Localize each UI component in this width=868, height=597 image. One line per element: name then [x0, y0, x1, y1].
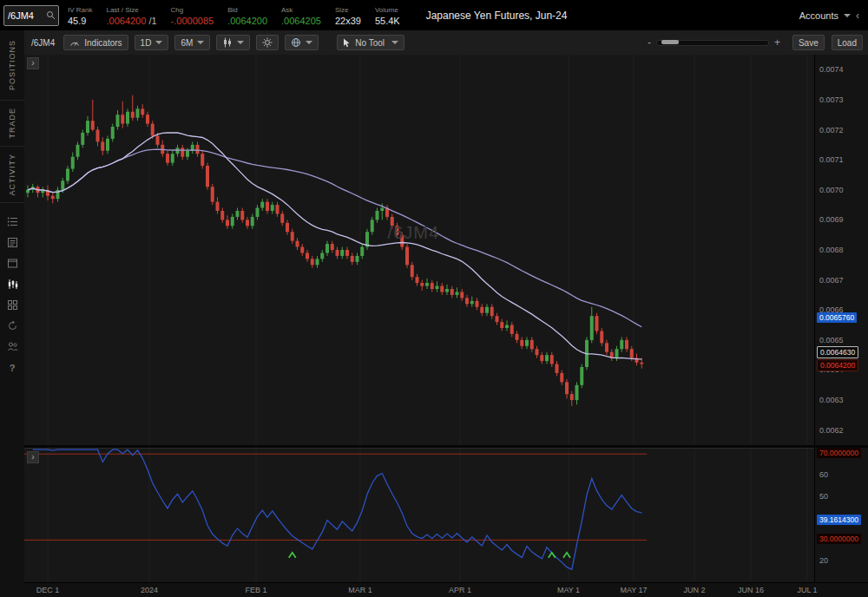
candle-body — [510, 325, 514, 334]
candle-body — [306, 253, 309, 259]
candle-body — [61, 180, 64, 189]
apps-grid-icon[interactable] — [6, 298, 19, 312]
candle-body — [220, 211, 224, 220]
panel-expand-button[interactable]: › — [27, 451, 39, 463]
candle-body — [520, 340, 523, 346]
stat-value: 22x39 — [335, 16, 361, 26]
symbol-input[interactable] — [4, 10, 46, 21]
rsi-indicator-panel: › — [24, 448, 814, 583]
time-axis[interactable]: DEC 12024FEB 1MAR 1APR 1MAY 1MAY 17JUN 2… — [24, 582, 868, 597]
symbol-search-box[interactable] — [3, 5, 59, 26]
sidebar-item-trade[interactable]: TRADE — [0, 101, 24, 147]
stat-chg: Chg-.0000085 — [171, 5, 214, 26]
zoom-slider-handle[interactable] — [661, 40, 679, 44]
journal-icon[interactable] — [6, 236, 19, 249]
instrument-title: Japanese Yen Futures, Jun-24 — [426, 10, 568, 22]
candle-body — [256, 208, 260, 217]
price-level-badge: 0.0064630 — [817, 346, 858, 358]
gear-icon — [262, 37, 273, 48]
price-level-badge: 0.0064200 — [817, 359, 858, 371]
candle-body — [351, 256, 354, 262]
candle-body — [141, 108, 144, 115]
collapse-panel-icon[interactable]: ‹ — [856, 10, 859, 22]
indicators-label: Indicators — [84, 38, 122, 48]
candlestick-chart[interactable] — [24, 55, 814, 445]
candle-body — [211, 187, 214, 201]
price-tick-label: 0.0068 — [819, 246, 844, 254]
rsi-tick-label: 20 — [819, 556, 828, 565]
panel-expand-button[interactable]: › — [27, 57, 39, 69]
zoom-slider[interactable] — [656, 40, 769, 46]
chart-watermark: /6JM4 — [388, 223, 439, 243]
price-axis[interactable]: 0.00740.00730.00720.00710.00700.00690.00… — [814, 55, 868, 445]
candle-body — [575, 385, 579, 400]
candle-body — [216, 202, 220, 211]
candle-body — [425, 283, 429, 285]
save-button[interactable]: Save — [792, 35, 825, 50]
drawing-tool-dropdown[interactable]: No Tool — [337, 35, 404, 50]
price-tick-label: 0.0063 — [819, 396, 844, 404]
time-tick-label: MAR 1 — [348, 586, 372, 594]
chart-type-dropdown[interactable] — [216, 35, 250, 50]
zoom-control: - + — [648, 37, 780, 48]
save-label: Save — [799, 38, 819, 48]
session-dropdown[interactable] — [285, 35, 319, 50]
candle-body — [101, 141, 104, 150]
follow-traders-icon[interactable] — [6, 340, 19, 353]
time-tick-label: MAY 17 — [620, 586, 647, 594]
candle-body — [580, 367, 583, 385]
accounts-menu[interactable]: Accounts ‹ — [799, 10, 859, 22]
timeframe-dropdown[interactable]: 1D — [135, 35, 169, 50]
candle-body — [536, 349, 539, 355]
chevron-down-icon — [237, 41, 244, 44]
candle-body — [630, 349, 634, 358]
buy-signal-arrows — [289, 553, 570, 558]
window-icon[interactable] — [6, 257, 19, 270]
sidebar-item-label: POSITIONS — [8, 40, 16, 90]
chevron-down-icon — [155, 41, 162, 44]
rsi-axis[interactable]: 60502070.000000030.000000039.1614300 — [814, 448, 868, 582]
quote-stats: IV Rank45.9Last / Size.0064200 /1Chg-.00… — [68, 5, 414, 26]
candle-body — [595, 316, 599, 331]
price-tick-label: 0.0062 — [819, 426, 844, 435]
candle-body — [460, 292, 464, 298]
candle-body — [166, 154, 169, 162]
watchlist-icon[interactable] — [6, 215, 19, 228]
load-button[interactable]: Load — [832, 35, 863, 50]
stat-value: .0064205 — [281, 16, 321, 26]
sync-icon[interactable] — [6, 319, 19, 332]
help-icon[interactable]: ? — [6, 361, 19, 374]
candle-body — [251, 217, 254, 226]
candle-body — [296, 241, 299, 247]
sidebar-item-positions[interactable]: POSITIONS — [0, 30, 24, 101]
chevron-down-icon — [844, 14, 851, 17]
chart-grid-icon[interactable] — [6, 278, 19, 291]
zoom-out-button[interactable]: - — [648, 37, 651, 48]
candle-body — [226, 220, 229, 226]
stat-bid: Bid.0064200 — [227, 5, 267, 26]
time-tick-label: JUN 2 — [683, 586, 705, 594]
price-tick-label: 0.0070 — [819, 186, 844, 194]
rsi-chart[interactable] — [24, 449, 814, 583]
stat-value: 45.9 — [68, 16, 92, 26]
range-dropdown[interactable]: 6M — [174, 35, 210, 50]
candle-body — [266, 202, 269, 211]
candle-body — [81, 133, 84, 145]
stat-value: 55.4K — [375, 16, 400, 26]
stat-value: .0064200 — [227, 16, 267, 26]
stat-last-size: Last / Size.0064200 /1 — [106, 5, 156, 26]
sidebar-item-label: TRADE — [8, 108, 16, 139]
candle-body — [26, 190, 30, 193]
chart-settings-button[interactable] — [256, 35, 279, 50]
sidebar-item-activity[interactable]: ACTIVITY — [0, 147, 24, 203]
candle-body — [640, 363, 643, 364]
candle-body — [545, 355, 549, 361]
candle-body — [146, 115, 149, 123]
zoom-in-button[interactable]: + — [774, 37, 780, 48]
candle-body — [186, 151, 189, 157]
candle-body — [336, 250, 339, 256]
candle-body — [476, 301, 479, 307]
candle-body — [380, 208, 384, 211]
stat-label: Chg — [171, 5, 214, 15]
indicators-button[interactable]: Indicators — [63, 35, 128, 50]
